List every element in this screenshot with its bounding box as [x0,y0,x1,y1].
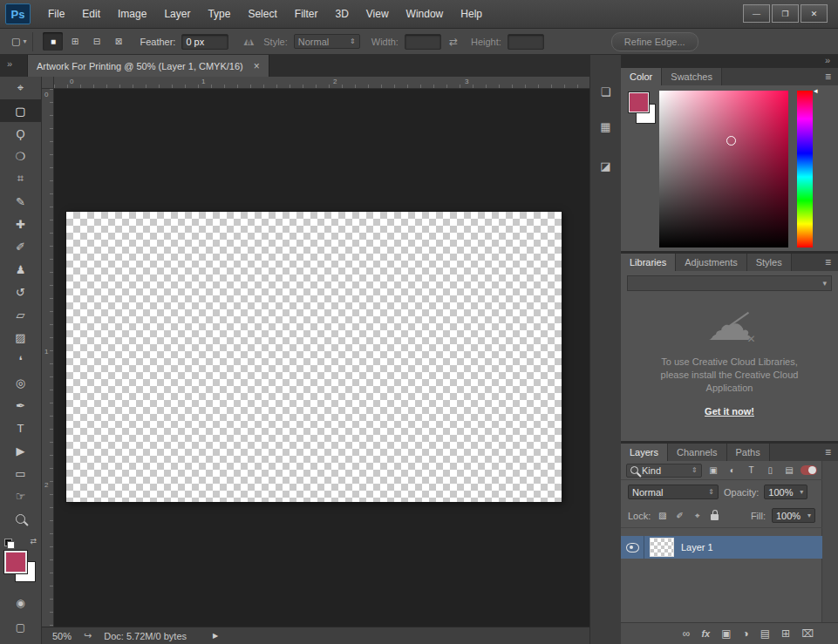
foreground-color-well[interactable] [629,92,649,112]
close-button[interactable]: ✕ [801,4,828,23]
tool-preset-picker[interactable]: ▢ ▾ [5,32,33,51]
swap-width-height-icon[interactable]: ⇄ [449,36,458,48]
history-brush-tool[interactable]: ↺ [0,281,41,303]
type-tool[interactable]: T [0,417,41,439]
spot-healing-brush-tool[interactable]: ✚ [0,213,41,235]
lock-paint-icon[interactable]: ✐ [674,511,685,520]
lasso-tool[interactable]: Ϙ [0,122,41,145]
hue-slider[interactable] [797,91,813,247]
get-it-now-link[interactable]: Get it now! [621,406,838,417]
height-input[interactable] [508,34,544,50]
screen-mode-button[interactable]: ▢ [0,617,41,638]
menu-file[interactable]: File [39,0,73,29]
eraser-tool[interactable]: ▱ [0,303,41,326]
panel-menu-icon[interactable]: ≡ [818,68,838,85]
rectangle-tool[interactable]: ▭ [0,462,41,485]
document-tab[interactable]: Artwork For Printing @ 50% (Layer 1, CMY… [27,55,269,77]
zoom-level[interactable]: 50% [52,631,72,641]
pen-tool[interactable]: ✒ [0,394,41,417]
rectangular-marquee-tool[interactable]: ▢ [0,99,41,122]
filter-pixel-layers-icon[interactable]: ▣ [706,464,721,478]
zoom-tool[interactable] [0,507,41,530]
color-picker-marker[interactable] [726,136,736,146]
status-menu-arrow-icon[interactable]: ▶ [213,632,218,640]
panel-menu-icon[interactable]: ≡ [818,254,838,271]
menu-filter[interactable]: Filter [286,0,327,29]
collapsed-panel-icon-b[interactable]: ▦ [596,116,617,137]
filter-kind-dropdown[interactable]: Kind ⇕ [626,464,702,478]
tab-libraries[interactable]: Libraries [621,254,676,271]
feather-input[interactable] [181,34,228,50]
menu-select[interactable]: Select [239,0,285,29]
menu-view[interactable]: View [358,0,398,29]
hue-slider-marker-icon[interactable]: ◂ [814,86,818,95]
filter-type-layers-icon[interactable]: T [744,464,759,478]
layer-row-selected[interactable]: Layer 1 [621,536,822,559]
new-adjustment-layer-icon[interactable]: ◑ [743,627,749,640]
vertical-ruler[interactable]: 0 1 2 [42,89,54,627]
filter-smart-objects-icon[interactable]: ▤ [782,464,797,478]
add-to-selection-button[interactable]: ⊞ [65,32,85,51]
layer-visibility-toggle[interactable] [621,536,644,559]
lock-position-icon[interactable]: ⌖ [692,511,703,521]
lock-all-icon[interactable] [709,511,720,520]
new-selection-button[interactable]: ■ [43,32,63,51]
default-colors-icon[interactable] [4,539,15,549]
tab-styles[interactable]: Styles [747,254,792,271]
ruler-origin-corner[interactable] [42,77,54,89]
horizontal-ruler[interactable]: 0 1 2 3 [54,77,589,89]
style-dropdown[interactable]: Normal ⇕ [294,34,360,49]
quick-mask-button[interactable]: ◉ [0,593,41,613]
tab-adjustments[interactable]: Adjustments [676,254,747,271]
menu-3d[interactable]: 3D [326,0,357,29]
foreground-color-swatch[interactable] [4,551,27,573]
menu-image[interactable]: Image [109,0,155,29]
menu-window[interactable]: Window [398,0,453,29]
menu-layer[interactable]: Layer [155,0,199,29]
layer-style-icon[interactable]: fx [701,628,710,639]
toolbar-collapse-icon[interactable]: » [7,58,12,69]
fill-dropdown[interactable]: 100% ▾ [772,508,815,523]
dodge-tool[interactable]: ◎ [0,371,41,394]
tab-channels[interactable]: Channels [668,444,726,461]
panel-menu-icon[interactable]: ≡ [818,444,838,461]
opacity-dropdown[interactable]: 100% ▾ [764,485,807,499]
hand-tool[interactable]: ☞ [0,485,41,507]
tab-paths[interactable]: Paths [727,444,770,461]
blur-tool[interactable]: ❛ [0,349,41,371]
subtract-from-selection-button[interactable]: ⊟ [86,32,106,51]
library-select-dropdown[interactable]: ▾ [627,275,832,291]
crop-tool[interactable]: ⌗ [0,167,41,190]
delete-layer-icon[interactable]: ⌧ [801,627,814,640]
link-layers-icon[interactable]: ∞ [683,627,691,640]
blend-mode-dropdown[interactable]: Normal ⇕ [628,485,719,499]
tab-close-icon[interactable]: × [254,60,260,72]
move-tool[interactable]: ⌖ [0,77,41,99]
menu-type[interactable]: Type [199,0,239,29]
add-layer-mask-icon[interactable]: ▣ [721,627,731,640]
intersect-selection-button[interactable]: ⊠ [108,32,128,51]
layers-scrollbar-track[interactable] [821,461,838,623]
new-group-icon[interactable]: ▤ [760,627,770,640]
menu-edit[interactable]: Edit [73,0,109,29]
filter-shape-layers-icon[interactable]: ▯ [763,464,778,478]
swap-colors-icon[interactable]: ⇄ [30,537,37,546]
quick-selection-tool[interactable]: ❍ [0,145,41,167]
document-artwork-transparent[interactable] [66,212,562,502]
lock-transparency-icon[interactable]: ▨ [657,511,668,520]
restore-button[interactable]: ❐ [772,4,799,23]
new-layer-icon[interactable]: ⊞ [781,627,790,640]
menu-help[interactable]: Help [452,0,491,29]
gradient-tool[interactable]: ▨ [0,326,41,349]
path-selection-tool[interactable]: ▶ [0,439,41,462]
eyedropper-tool[interactable]: ✎ [0,190,41,213]
tab-layers[interactable]: Layers [621,444,668,461]
collapsed-panel-icon-a[interactable]: ❏ [596,81,617,102]
tab-swatches[interactable]: Swatches [662,68,722,85]
tab-color[interactable]: Color [621,68,662,85]
collapsed-panel-icon-c[interactable]: ◪ [596,155,617,176]
layer-filter-toggle[interactable] [801,465,817,475]
clone-stamp-tool[interactable]: ♟ [0,258,41,281]
minimize-button[interactable]: — [743,4,770,23]
brush-tool[interactable]: ✐ [0,235,41,258]
